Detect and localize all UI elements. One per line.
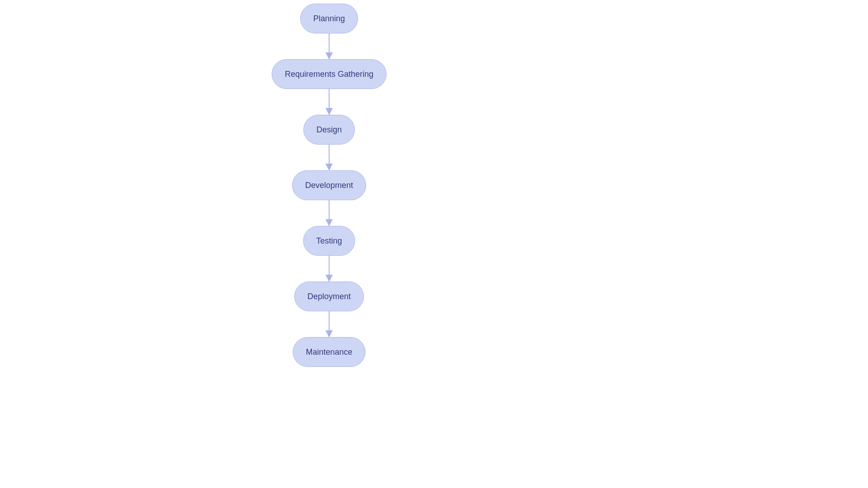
flowchart-node-n5: Testing xyxy=(303,226,355,256)
node-label: Deployment xyxy=(307,292,351,301)
flowchart-node-n4: Development xyxy=(292,170,366,200)
flowchart-node-n3: Design xyxy=(303,115,355,145)
flowchart-diagram: PlanningRequirements GatheringDesignDeve… xyxy=(0,0,868,488)
flowchart-node-n2: Requirements Gathering xyxy=(272,59,387,89)
node-label: Design xyxy=(316,125,342,135)
node-label: Maintenance xyxy=(306,347,352,357)
flowchart-node-n1: Planning xyxy=(300,4,358,33)
node-label: Requirements Gathering xyxy=(285,70,373,79)
node-label: Testing xyxy=(316,236,342,246)
arrow-layer xyxy=(0,0,868,488)
node-label: Planning xyxy=(313,14,345,23)
node-label: Development xyxy=(305,181,353,190)
flowchart-node-n7: Maintenance xyxy=(292,337,365,367)
flowchart-node-n6: Deployment xyxy=(294,282,364,311)
